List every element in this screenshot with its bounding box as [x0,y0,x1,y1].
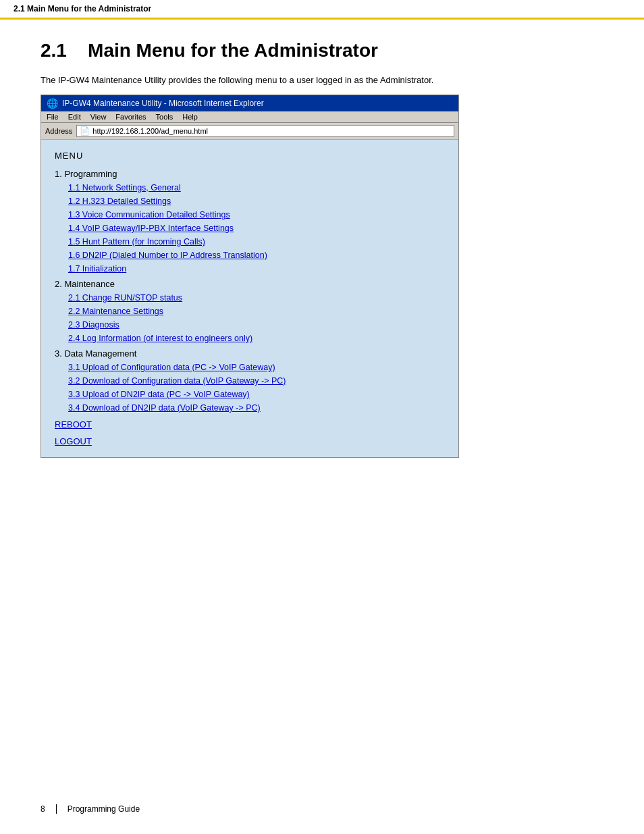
menu-view[interactable]: View [90,113,107,121]
menu-heading: MENU [55,151,445,161]
browser-titlebar: 🌐 IP-GW4 Maintenance Utility - Microsoft… [41,95,458,111]
logout-link[interactable]: LOGOUT [55,436,445,446]
menu-link-1-1[interactable]: 1.1 Network Settings, General [68,183,445,192]
menu-link-1-2[interactable]: 1.2 H.323 Detailed Settings [68,197,445,206]
footer-divider [56,804,57,814]
section-title-maintenance: 2. Maintenance [55,279,445,289]
reboot-link[interactable]: REBOOT [55,419,445,429]
menu-link-2-3[interactable]: 2.3 Diagnosis [68,320,445,330]
title-text: Main Menu for the Administrator [88,40,378,61]
menu-link-2-2[interactable]: 2.2 Maintenance Settings [68,307,445,316]
menu-link-1-5[interactable]: 1.5 Hunt Pattern (for Incoming Calls) [68,237,445,246]
address-url: http://192.168.1.200/ad_menu.html [92,127,208,135]
section-title-data-management: 3. Data Management [55,348,445,359]
address-field[interactable]: 📄 http://192.168.1.200/ad_menu.html [76,125,454,137]
breadcrumb: 2.1 Main Menu for the Administrator [0,0,644,20]
menu-link-3-3[interactable]: 3.3 Upload of DN2IP data (PC -> VoIP Gat… [68,390,445,399]
browser-addressbar: Address 📄 http://192.168.1.200/ad_menu.h… [41,123,458,140]
browser-icon: 🌐 [47,98,58,109]
menu-section-programming: 1. Programming 1.1 Network Settings, Gen… [55,169,445,273]
browser-window: 🌐 IP-GW4 Maintenance Utility - Microsoft… [41,95,459,458]
menu-section-data-management: 3. Data Management 3.1 Upload of Configu… [55,348,445,413]
page-content: 2.1 Main Menu for the Administrator The … [0,20,644,519]
footer-page-number: 8 [41,804,45,814]
browser-menubar[interactable]: File Edit View Favorites Tools Help [41,111,458,123]
browser-title: IP-GW4 Maintenance Utility - Microsoft I… [62,99,264,108]
page-title: 2.1 Main Menu for the Administrator [41,40,603,61]
menu-file[interactable]: File [47,113,59,121]
menu-help[interactable]: Help [182,113,198,121]
menu-link-1-7[interactable]: 1.7 Initialization [68,264,445,273]
section-number: 2.1 [41,40,67,61]
menu-link-3-2[interactable]: 3.2 Download of Configuration data (VoIP… [68,376,445,386]
menu-edit[interactable]: Edit [68,113,81,121]
menu-link-2-4[interactable]: 2.4 Log Information (of interest to engi… [68,334,445,343]
browser-body: MENU 1. Programming 1.1 Network Settings… [41,140,458,457]
menu-link-1-3[interactable]: 1.3 Voice Communication Detailed Setting… [68,210,445,219]
menu-link-3-4[interactable]: 3.4 Download of DN2IP data (VoIP Gateway… [68,403,445,413]
menu-link-2-1[interactable]: 2.1 Change RUN/STOP status [68,293,445,303]
menu-tools[interactable]: Tools [156,113,173,121]
menu-favorites[interactable]: Favorites [115,113,146,121]
programming-items: 1.1 Network Settings, General 1.2 H.323 … [55,183,445,273]
address-label: Address [45,127,72,135]
data-management-items: 3.1 Upload of Configuration data (PC -> … [55,363,445,413]
menu-section-maintenance: 2. Maintenance 2.1 Change RUN/STOP statu… [55,279,445,343]
section-title-programming: 1. Programming [55,169,445,179]
menu-link-1-6[interactable]: 1.6 DN2IP (Dialed Number to IP Address T… [68,251,445,260]
menu-link-3-1[interactable]: 3.1 Upload of Configuration data (PC -> … [68,363,445,372]
page-footer: 8 Programming Guide [41,804,140,814]
maintenance-items: 2.1 Change RUN/STOP status 2.2 Maintenan… [55,293,445,343]
page-icon: 📄 [80,126,90,136]
page-description: The IP-GW4 Maintenance Utility provides … [41,75,603,85]
menu-link-1-4[interactable]: 1.4 VoIP Gateway/IP-PBX Interface Settin… [68,224,445,233]
footer-guide-text: Programming Guide [68,804,140,814]
